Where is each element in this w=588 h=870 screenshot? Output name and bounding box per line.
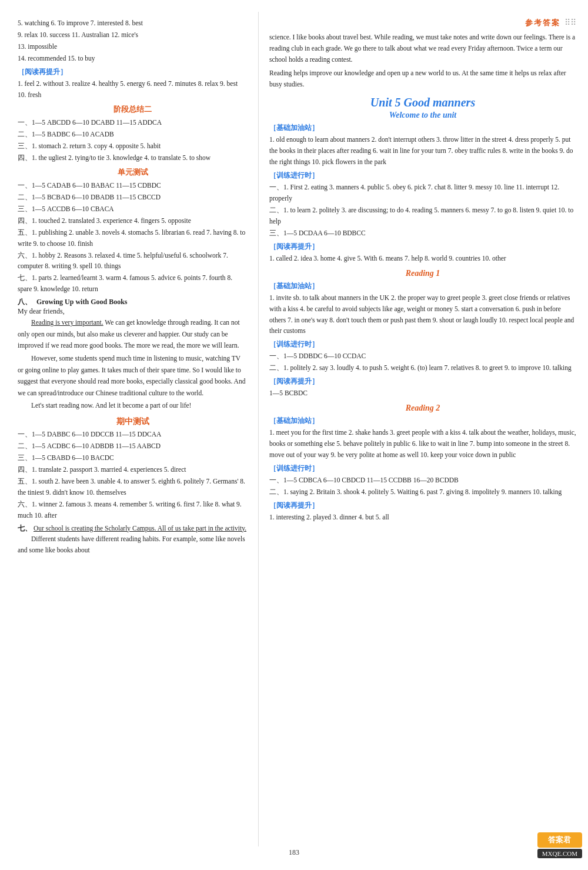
essay2-block: 七、 Our school is creating the Scholarly … — [18, 524, 248, 534]
ut-5: 五、1. publishing 2. unable 3. novels 4. s… — [18, 227, 248, 249]
phase-4: 四、1. the ugliest 2. tying/to tie 3. know… — [18, 152, 248, 164]
watermark-label: 答案君 — [537, 832, 582, 848]
jichu3-title: ［基础加油站］ — [269, 416, 576, 426]
essay2-num: 七、 — [18, 524, 32, 532]
line-4: 14. recommended 15. to buy — [18, 53, 248, 64]
reference-answer-label: 参考答案 — [525, 18, 560, 27]
intro-para-1: science. I like books about travel best.… — [269, 32, 576, 65]
essay-para-3: Let's start reading now. And let it beco… — [18, 400, 248, 412]
lianxi2-0: 一、1—5 DDBDC 6—10 CCDAC — [269, 351, 576, 362]
ut-1: 一、1—5 CADAB 6—10 BABAC 11—15 CDBDC — [18, 180, 248, 191]
jichu2-content: 1. invite sb. to talk about manners in t… — [269, 292, 576, 337]
intro-para-2: Reading helps improve our knowledge and … — [269, 68, 576, 90]
yuedu2-content: 1—5 BCBDC — [269, 388, 576, 399]
watermark: 答案君 MXQE.COM — [537, 832, 582, 858]
lianxi1-1: 二、1. to learn 2. politely 3. are discuss… — [269, 205, 576, 227]
phase-2: 二、1—5 BADBC 6—10 ACADB — [18, 129, 248, 140]
ut-7: 七、1. parts 2. learned/learnt 3. warm 4. … — [18, 272, 248, 295]
header-area: 参考答案 ⠿⠿ — [269, 18, 576, 28]
page: 5. watching 6. To improve 7. interested … — [0, 0, 588, 870]
line-3: 13. impossible — [18, 41, 248, 52]
yuedu-title-3: ［阅读再提升］ — [269, 501, 576, 511]
reading2-title: Reading 2 — [269, 404, 576, 413]
ut-2: 二、1—5 BCBAD 6—10 DBADB 11—15 CBCCD — [18, 192, 248, 203]
essay-para-2: However, some students spend much time i… — [18, 353, 248, 399]
welcome-title: Welcome to the unit — [269, 111, 576, 120]
ut-4: 四、1. touched 2. translated 3. experience… — [18, 215, 248, 226]
phase-1: 一、1—5 ABCDD 6—10 DCABD 11—15 ADDCA — [18, 117, 248, 128]
lianxi1-0: 一、1. First 2. eating 3. manners 4. publi… — [269, 182, 576, 204]
yuedu-title-2: ［阅读再提升］ — [269, 376, 576, 386]
lianxi-title-1: ［训练进行时］ — [269, 171, 576, 181]
line-1: 5. watching 6. To improve 7. interested … — [18, 18, 248, 29]
mt-5: 五、1. south 2. have been 3. unable 4. to … — [18, 476, 248, 498]
essay-salutation: My dear friends, — [18, 307, 248, 316]
ut-6: 六、1. hobby 2. Reasons 3. relaxed 4. time… — [18, 250, 248, 272]
essay2-underline: Our school is creating the Scholarly Cam… — [34, 525, 246, 532]
ut-3: 三、1—5 ACCDB 6—10 CBACA — [18, 204, 248, 215]
reading-boost-title: ［阅读再提升］ — [18, 67, 248, 77]
yuedu3-content: 1. interesting 2. played 3. dinner 4. bu… — [269, 512, 576, 523]
jichu-title-1: ［基础加油站］ — [269, 123, 576, 133]
essay-reading-underline: Reading is very important. — [31, 319, 103, 326]
page-number: 183 — [289, 848, 299, 857]
jichu3-content: 1. meet you for the first time 2. shake … — [269, 427, 576, 461]
yuedu1-content: 1. called 2. idea 3. home 4. give 5. Wit… — [269, 253, 576, 264]
unit-test-title: 单元测试 — [18, 167, 248, 178]
lianxi2-1: 二、1. politely 2. say 3. loudly 4. to pus… — [269, 362, 576, 374]
unit-title: Unit 5 Good manners — [269, 96, 576, 109]
mt-1: 一、1—5 DABBC 6—10 DDCCB 11—15 DDCAA — [18, 429, 248, 440]
essay2-para: Different students have different readin… — [18, 534, 248, 556]
lianxi3-1: 二、1. saying 2. Britain 3. shook 4. polit… — [269, 486, 576, 498]
yuedu-title-1: ［阅读再提升］ — [269, 242, 576, 252]
jichu2-title: ［基础加油站］ — [269, 281, 576, 291]
dots-decoration: ⠿⠿ — [564, 18, 576, 27]
lianxi3-0: 一、1—5 CDBCA 6—10 CBDCD 11—15 CCDBB 16—20… — [269, 475, 576, 486]
essay-num: 八、 — [18, 297, 32, 307]
phase-3: 三、1. stomach 2. return 3. copy 4. opposi… — [18, 141, 248, 152]
essay-para-1: Reading is very important. We can get kn… — [18, 317, 248, 352]
watermark-site: MXQE.COM — [537, 849, 582, 858]
lianxi-title-2: ［训练进行时］ — [269, 339, 576, 349]
lianxi-title-3: ［训练进行时］ — [269, 464, 576, 474]
mt-3: 三、1—5 CBABD 6—10 BACDC — [18, 452, 248, 464]
midterm-title: 期中测试 — [18, 416, 248, 427]
jichu1-content: 1. old enough to learn about manners 2. … — [269, 134, 576, 168]
reading1-title: Reading 1 — [269, 269, 576, 278]
lianxi1-2: 三、1—5 DCDAA 6—10 BDBCC — [269, 228, 576, 239]
right-column: 参考答案 ⠿⠿ science. I like books about trav… — [259, 12, 588, 846]
line-2: 9. relax 10. success 11. Australian 12. … — [18, 29, 248, 41]
mt-2: 二、1—5 ACDBC 6—10 ADBDB 11—15 AABCD — [18, 441, 248, 452]
reading-boost-content: 1. feel 2. without 3. realize 4. healthy… — [18, 78, 248, 101]
phase-summary-title: 阶段总结二 — [18, 104, 248, 115]
essay-title-label: Growing Up with Good Books — [36, 298, 127, 306]
mt-6: 六、1. winner 2. famous 3. means 4. rememb… — [18, 499, 248, 521]
mt-4: 四、1. translate 2. passport 3. married 4.… — [18, 464, 248, 475]
left-column: 5. watching 6. To improve 7. interested … — [0, 12, 259, 846]
